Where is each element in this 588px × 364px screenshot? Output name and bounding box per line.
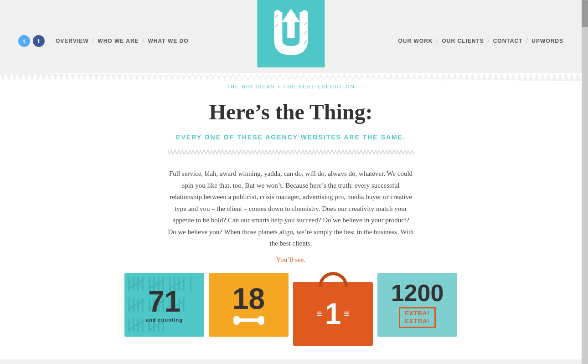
hero-heading: Here’s the Thing: — [209, 99, 372, 124]
zigzag-svg — [0, 73, 582, 81]
stats-row: 71 and counting 18 — [113, 273, 469, 346]
stat-box-clients: 71 and counting — [124, 273, 204, 337]
content-divider — [168, 148, 414, 156]
stat-1-row: ≡ 1 ≡ — [316, 299, 350, 328]
logo-u-svg — [270, 9, 311, 59]
nav-link-overview[interactable]: OVERVIEW — [56, 38, 88, 44]
social-icons: t f — [18, 35, 45, 47]
zigzag-border — [0, 73, 582, 81]
facebook-icon[interactable]: f — [33, 35, 45, 47]
main-content: Here’s the Thing: EVERY ONE OF THESE AGE… — [0, 81, 582, 359]
stat-18-number: 18 — [232, 284, 265, 313]
stat-1200-number: 1200 — [391, 281, 444, 305]
nav-sep-4: / — [488, 37, 490, 45]
whisker-left: ≡ — [316, 308, 321, 320]
body-text: Full service, blah, award winning, yadda… — [168, 168, 414, 250]
logo-subtitle: THE BIG IDEAS + THE BEST EXECUTION — [227, 84, 355, 89]
nav-link-what-we-do[interactable]: WHAT WE DO — [148, 38, 188, 44]
stat-box-bag: ≡ 1 ≡ — [293, 282, 373, 346]
whisker-right: ≡ — [345, 308, 350, 320]
svg-rect-12 — [288, 19, 294, 37]
divider-svg — [168, 150, 414, 154]
svg-line-32 — [128, 300, 144, 309]
nav-sep-2: / — [143, 37, 144, 45]
extra-text: EXTRA!EXTRA! — [405, 310, 429, 325]
nav-link-contact[interactable]: CONTACT — [493, 38, 523, 44]
nav-links-left: OVERVIEW / WHO WE ARE / WHAT WE DO — [56, 37, 189, 45]
stat-box-extra: 1200 EXTRA!EXTRA! — [377, 273, 457, 337]
logo-box[interactable] — [257, 0, 325, 67]
header: t f OVERVIEW / WHO WE ARE / WHAT WE DO — [0, 0, 582, 73]
nav-sep-5: / — [526, 37, 528, 45]
scrollbar-thumb[interactable] — [582, 0, 588, 27]
stat-box-bag-wrap: ≡ 1 ≡ — [293, 282, 373, 346]
nav-link-who-we-are[interactable]: WHO WE ARE — [98, 38, 139, 44]
bone-svg — [233, 315, 265, 325]
cta-link[interactable]: You’ll see. — [276, 256, 305, 264]
svg-rect-58 — [238, 318, 259, 322]
bag-handle-left — [319, 272, 348, 287]
hero-subheading: EVERY ONE OF THESE AGENCY WEBSITES ARE T… — [176, 133, 406, 141]
stat-1-number: 1 — [325, 299, 341, 328]
nav-sep-3: / — [437, 37, 438, 45]
twitter-icon[interactable]: t — [18, 35, 30, 47]
nav-link-our-clients[interactable]: OUR CLIENTS — [442, 38, 484, 44]
stat-box-dogs: 18 — [209, 273, 289, 337]
extra-badge: EXTRA!EXTRA! — [399, 307, 435, 328]
nav-link-upwords[interactable]: UPWORDS — [531, 38, 563, 44]
nav-link-our-work[interactable]: OUR WORK — [398, 38, 433, 44]
svg-line-47 — [128, 321, 144, 330]
nav-sep-1: / — [92, 37, 94, 45]
stat-71-number: 71 — [148, 287, 181, 316]
svg-line-17 — [128, 280, 144, 289]
